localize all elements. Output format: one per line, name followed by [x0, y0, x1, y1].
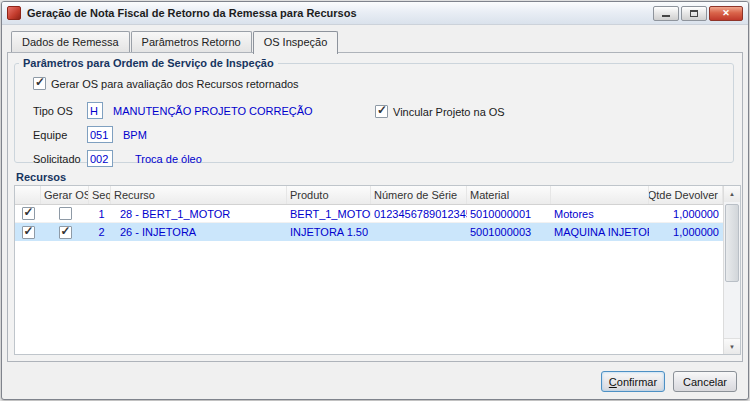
cell-recurso: 28 - BERT_1_MOTOR [111, 208, 287, 220]
scrollbar-thumb[interactable] [725, 204, 739, 282]
tab-parametros-retorno[interactable]: Parâmetros Retorno [131, 31, 252, 52]
solicitado-field-row: Solicitado Troca de óleo [33, 150, 202, 167]
cell-material-desc: Motores [551, 208, 649, 220]
scroll-up-button[interactable]: ▲ [724, 186, 740, 202]
tipo-os-field-row: Tipo OS MANUTENÇÃO PROJETO CORREÇÃO [33, 102, 313, 119]
close-icon: ✕ [722, 8, 730, 18]
maximize-button[interactable] [681, 6, 707, 21]
maximize-icon [690, 10, 698, 17]
column-header-gerar-os[interactable]: Gerar OS [41, 186, 89, 204]
column-header-recurso[interactable]: Recurso [111, 186, 287, 204]
dialog-window: Geração de Nota Fiscal de Retorno da Rem… [1, 1, 749, 400]
window-title: Geração de Nota Fiscal de Retorno da Rem… [27, 7, 357, 19]
window-controls: ✕ [653, 6, 743, 21]
cell-numero-serie: 012345678901234567 [371, 208, 467, 220]
column-header-qtde-devolver[interactable]: Qtde Devolver [649, 186, 723, 204]
scroll-down-button[interactable]: ▼ [724, 338, 740, 354]
close-button[interactable]: ✕ [709, 6, 743, 21]
recursos-section-title: Recursos [16, 171, 66, 183]
vincular-projeto-checkbox-row: Vincular Projeto na OS [375, 105, 505, 118]
vincular-projeto-checkbox-label: Vincular Projeto na OS [393, 106, 505, 118]
confirmar-button[interactable]: Confirmar [601, 371, 665, 392]
cell-seq: 1 [89, 208, 111, 220]
minimize-icon [662, 15, 670, 17]
tab-strip: Dados de Remessa Parâmetros Retorno OS I… [11, 31, 339, 52]
minimize-button[interactable] [653, 6, 679, 21]
scroll-down-icon: ▼ [729, 344, 735, 350]
tipo-os-input[interactable] [87, 102, 103, 119]
cell-recurso: 26 - INJETORA [111, 226, 287, 238]
gerar-os-checkbox-row: Gerar OS para avaliação dos Recursos ret… [33, 77, 299, 90]
cell-produto: BERT_1_MOTOR [287, 208, 371, 220]
tipo-os-description: MANUTENÇÃO PROJETO CORREÇÃO [113, 105, 313, 117]
recursos-grid: Gerar OS Seq Recurso Produto Número de S… [14, 185, 741, 355]
gerar-os-checkbox-label: Gerar OS para avaliação dos Recursos ret… [51, 78, 299, 90]
solicitado-description: Troca de óleo [135, 153, 202, 165]
recursos-grid-header: Gerar OS Seq Recurso Produto Número de S… [15, 186, 740, 205]
column-header-produto[interactable]: Produto [287, 186, 371, 204]
table-row[interactable]: 2 26 - INJETORA INJETORA 1.50 5001000003… [15, 223, 740, 241]
vincular-projeto-checkbox[interactable] [375, 105, 388, 118]
cell-qtde-devolver: 1,000000 [649, 226, 723, 238]
column-header-seq[interactable]: Seq [89, 186, 111, 204]
dialog-button-row: Confirmar Cancelar [601, 371, 737, 392]
table-row[interactable]: 1 28 - BERT_1_MOTOR BERT_1_MOTOR 0123456… [15, 205, 740, 223]
tipo-os-label: Tipo OS [33, 105, 87, 117]
cell-produto: INJETORA 1.50 [287, 226, 371, 238]
cell-material-desc: MAQUINA INJETORA [551, 226, 649, 238]
row-gerar-os-checkbox[interactable] [59, 207, 72, 220]
gerar-os-checkbox[interactable] [33, 77, 46, 90]
cell-material-code: 5001000003 [467, 226, 551, 238]
row-select-checkbox[interactable] [22, 207, 35, 220]
app-icon [7, 6, 21, 20]
cell-material-code: 5010000001 [467, 208, 551, 220]
tab-os-inspecao[interactable]: OS Inspeção [253, 31, 339, 54]
tab-panel-os-inspecao: Parâmetros para Ordem de Serviço de Insp… [7, 52, 743, 362]
vertical-scrollbar[interactable]: ▲ ▼ [723, 186, 740, 354]
column-header-select[interactable] [15, 186, 41, 204]
tab-dados-de-remessa[interactable]: Dados de Remessa [11, 31, 130, 52]
solicitado-input[interactable] [87, 150, 113, 167]
cell-seq: 2 [89, 226, 111, 238]
cancelar-button[interactable]: Cancelar [673, 371, 737, 392]
scroll-up-icon: ▲ [729, 191, 735, 197]
column-header-material[interactable]: Material [467, 186, 551, 204]
equipe-input[interactable] [87, 126, 113, 143]
equipe-description: BPM [123, 129, 147, 141]
equipe-label: Equipe [33, 129, 87, 141]
equipe-field-row: Equipe BPM [33, 126, 147, 143]
solicitado-label: Solicitado [33, 153, 87, 165]
cell-qtde-devolver: 1,000000 [649, 208, 723, 220]
params-groupbox-title: Parâmetros para Ordem de Serviço de Insp… [19, 57, 278, 69]
params-groupbox: Parâmetros para Ordem de Serviço de Insp… [14, 57, 734, 163]
titlebar: Geração de Nota Fiscal de Retorno da Rem… [2, 2, 748, 25]
column-header-material-desc[interactable] [551, 186, 649, 204]
row-gerar-os-checkbox[interactable] [59, 226, 72, 239]
column-header-numero-serie[interactable]: Número de Série [371, 186, 467, 204]
row-select-checkbox[interactable] [22, 226, 35, 239]
